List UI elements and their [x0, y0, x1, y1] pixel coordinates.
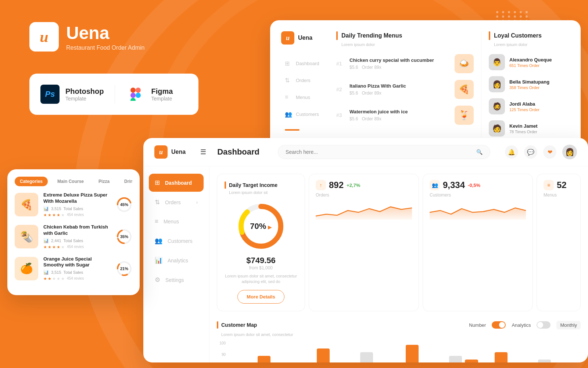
pct-label-3: 21% [120, 266, 128, 271]
loyal-heading: Loyal Customers [494, 32, 542, 39]
sidebar-dashboard-label: Dashboard [165, 180, 192, 186]
sidebar-menus-icon: ≡ [155, 218, 158, 225]
analytics-toggle[interactable] [537, 321, 551, 329]
menu-tabs: Categories Main Course Pizza Drink Desse… [15, 177, 132, 186]
panel-nav-dashboard-label: Dashboard [296, 61, 319, 66]
orders-stat-card: ↑ 892 +2,7% Orders [309, 174, 419, 311]
menu-info-3: Orange Juice Special Smoothy with Sugar … [43, 256, 111, 282]
dash-header: u Uena ☰ Dashboard 🔍 🔔 💬 ❤ 👩 [143, 138, 588, 166]
top-panel-app-name: Uena [298, 35, 312, 41]
income-title: Daily Target Income [225, 181, 297, 189]
trending-title: Daily Trending Menus [336, 31, 474, 40]
user-avatar[interactable]: 👩 [562, 145, 577, 159]
number-label: Number [469, 322, 486, 328]
customer-3: 🧔 Jordi Alaba 125 Times Order [489, 98, 570, 114]
customer-orders-1: 651 Times Order [509, 63, 552, 68]
tab-categories[interactable]: Categories [15, 177, 48, 186]
sidebar-item-settings[interactable]: ⚙ Settings [149, 271, 204, 289]
heart-icon[interactable]: ❤ [543, 145, 556, 159]
trending-name-2: Italiano Pizza With Garlic [349, 83, 450, 89]
stars-1: ★★★★★ 454 revies [43, 213, 111, 217]
y-label-90: 90 [217, 353, 228, 357]
sales-bar-icon-3: 📊 [43, 270, 49, 275]
ps-type: Template [65, 96, 104, 102]
stars-3: ★★★★★ 454 revies [43, 276, 111, 281]
menu-item-3: 🍊 Orange Juice Special Smoothy with Suga… [15, 256, 132, 282]
app-tagline: Restaurant Food Order Admin [66, 45, 144, 51]
menu-sales-1: 📊 3,515 Total Sales [43, 206, 111, 211]
trending-name-3: Watermelon juice with ice [349, 109, 450, 115]
progress-2: 35% [116, 229, 132, 245]
sidebar-item-orders[interactable]: ⇅ Orders › [149, 193, 204, 211]
analytics-label: Analytics [512, 322, 531, 328]
menus-stat-label: Menus [544, 192, 574, 198]
sidebar-item-analytics[interactable]: 📊 Analytics [149, 251, 204, 269]
progress-1: 45% [116, 197, 132, 213]
top-panel-logo: u Uena [281, 31, 329, 45]
hamburger-icon[interactable]: ☰ [200, 148, 206, 156]
sidebar-customers-icon: 👥 [155, 237, 162, 245]
more-details-button[interactable]: More Details [237, 290, 284, 304]
panel-nav-dashboard[interactable]: ⊞ Dashboard [281, 56, 329, 71]
number-toggle[interactable] [492, 321, 506, 329]
loyal-section: Loyal Customers Lorem ipsum dolor 👨 Alex… [481, 31, 570, 142]
search-input[interactable] [286, 149, 473, 155]
customer-name-4: Kevin Jamet [509, 123, 538, 129]
customer-name-2: Bella Simatupang [509, 79, 549, 85]
sidebar-item-menus[interactable]: ≡ Menus [149, 213, 204, 230]
trending-img-2: 🍕 [455, 80, 474, 99]
search-bar[interactable]: 🔍 [278, 145, 490, 159]
active-indicator [285, 129, 300, 131]
panel-nav-customers[interactable]: 👥 Customers [281, 106, 329, 122]
search-icon: 🔍 [476, 149, 483, 155]
trending-item-2: #2 Italiano Pizza With Garlic $5.6 Order… [336, 80, 474, 99]
figma-icon [126, 85, 145, 104]
orders-mini-chart [316, 201, 412, 220]
tab-drink[interactable]: Drink [119, 177, 132, 186]
rank-3: #3 [336, 112, 345, 118]
menu-info-2: Chicken Kebab from Turkish with Garlic 📊… [43, 224, 111, 250]
figma-template[interactable]: Figma Template [126, 85, 187, 104]
trending-info-1: Chicken curry special with cucumber $5.6… [349, 57, 450, 70]
pct-label-2: 35% [120, 234, 128, 239]
customer-orders-4: 78 Times Order [509, 130, 538, 134]
panel-nav-menus[interactable]: ≡ Menus [281, 89, 329, 105]
chat-icon[interactable]: 💬 [524, 145, 537, 159]
customer-name-3: Jordi Alaba [509, 101, 539, 107]
dashboard-panel: u Uena ☰ Dashboard 🔍 🔔 💬 ❤ 👩 ⊞ Dashboard… [143, 138, 588, 362]
sidebar-menus-label: Menus [164, 219, 179, 224]
customers-stat-card: 👥 9,334 -0,5% Customers [423, 174, 533, 311]
tab-pizza[interactable]: Pizza [93, 177, 115, 186]
customer-info-3: Jordi Alaba 125 Times Order [509, 101, 539, 112]
customer-4: 🧑 Kevin Jamet 78 Times Order [489, 120, 570, 137]
photoshop-template[interactable]: Ps Photoshop Template [40, 85, 104, 104]
menus-stat-value: 52 [557, 180, 567, 190]
tab-main-course[interactable]: Main Course [52, 177, 89, 186]
figma-text: Figma Template [151, 87, 173, 102]
trending-heading: Daily Trending Menus [341, 32, 402, 39]
orders-icon: ⇅ [285, 77, 291, 84]
top-logo: u Uena Restaurant Food Order Admin [29, 22, 144, 52]
customer-2: 👩 Bella Simatupang 358 Times Order [489, 76, 570, 92]
sidebar-settings-label: Settings [165, 277, 184, 283]
bars-area [228, 341, 581, 362]
trending-img-1: 🍛 [455, 54, 474, 73]
customer-1: 👨 Alexandro Queque 651 Times Order [489, 54, 570, 70]
dash-sidebar: ⊞ Dashboard ⇅ Orders › ≡ Menus 👥 Custome… [143, 166, 209, 362]
trending-price-2: $5.6 Order 89x [349, 91, 450, 96]
notification-icon[interactable]: 🔔 [505, 145, 518, 159]
sidebar-item-customers[interactable]: 👥 Customers [149, 232, 204, 250]
customer-avatar-4: 🧑 [489, 120, 505, 137]
period-label[interactable]: Monthly [556, 321, 581, 329]
customer-orders-3: 125 Times Order [509, 107, 539, 112]
panel-nav-orders[interactable]: ⇅ Orders [281, 72, 329, 88]
menus-stat-icon: ≡ [544, 180, 554, 190]
menu-list-panel: Categories Main Course Pizza Drink Desse… [7, 169, 140, 295]
logo-text: Uena Restaurant Food Order Admin [66, 23, 144, 51]
map-title: Customer Map [221, 322, 257, 328]
app-name: Uena [66, 23, 144, 43]
sidebar-item-dashboard[interactable]: ⊞ Dashboard [149, 174, 204, 192]
orders-stat-value: 892 [329, 180, 344, 190]
donut-chart: 70% ▶ [235, 201, 287, 252]
bar-group-9 [495, 352, 521, 362]
